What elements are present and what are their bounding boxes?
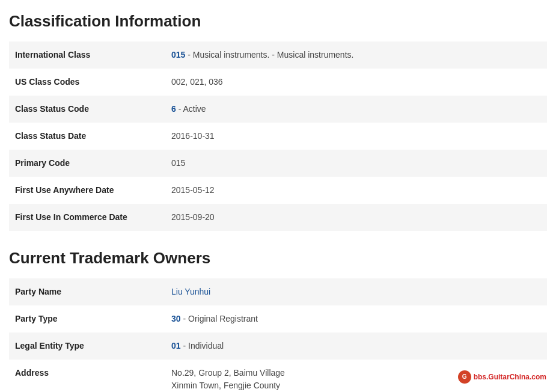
watermark: G bbs.GuitarChina.com	[454, 368, 550, 386]
classification-title: Classification Information	[9, 12, 547, 34]
classification-label-first-use-commerce: First Use In Commerce Date	[9, 204, 165, 231]
owners-label-legal-entity: Legal Entity Type	[9, 332, 165, 360]
classification-value-first-use-commerce: 2015-09-20	[165, 204, 547, 231]
address-line1: No.29, Group 2, Baimu Village	[171, 368, 285, 378]
watermark-text: bbs.GuitarChina.com	[474, 373, 546, 381]
table-row: International Class 015 - Musical instru…	[9, 41, 547, 69]
table-row: US Class Codes 002, 021, 036	[9, 69, 547, 96]
classification-label-first-use-anywhere: First Use Anywhere Date	[9, 177, 165, 204]
legal-entity-desc: - Individual	[183, 341, 224, 351]
owners-label-party-type: Party Type	[9, 305, 165, 332]
classification-value-us-class: 002, 021, 036	[165, 69, 547, 96]
address-line2: Xinmin Town, Fengjie County	[171, 381, 280, 390]
classification-label-primary-code: Primary Code	[9, 150, 165, 177]
classification-value-first-use-anywhere: 2015-05-12	[165, 177, 547, 204]
classification-value-status-date: 2016-10-31	[165, 123, 547, 150]
classification-value-intl-class: 015 - Musical instruments. - Musical ins…	[165, 41, 547, 69]
table-row: Class Status Date 2016-10-31	[9, 123, 547, 150]
classification-label-status-code: Class Status Code	[9, 96, 165, 123]
table-row: First Use Anywhere Date 2015-05-12	[9, 177, 547, 204]
owners-title: Current Trademark Owners	[9, 249, 547, 271]
intl-class-code: 015	[171, 50, 185, 60]
party-type-code: 30	[171, 314, 181, 323]
table-row: Primary Code 015	[9, 150, 547, 177]
status-code-desc: - Active	[179, 104, 206, 114]
legal-entity-code: 01	[171, 341, 181, 351]
classification-value-primary-code: 015	[165, 150, 547, 177]
table-row: Party Name Liu Yunhui	[9, 278, 547, 305]
party-type-desc: - Original Registrant	[183, 314, 258, 323]
party-name-link[interactable]: Liu Yunhui	[171, 287, 210, 296]
classification-label-intl-class: International Class	[9, 41, 165, 69]
intl-class-desc: - Musical instruments. - Musical instrum…	[188, 50, 353, 60]
table-row: Legal Entity Type 01 - Individual	[9, 332, 547, 360]
classification-table: International Class 015 - Musical instru…	[9, 41, 547, 231]
classification-label-us-class: US Class Codes	[9, 69, 165, 96]
table-row: First Use In Commerce Date 2015-09-20	[9, 204, 547, 231]
owners-label-address: Address	[9, 360, 165, 392]
owners-value-party-type: 30 - Original Registrant	[165, 305, 547, 332]
table-row: Class Status Code 6 - Active	[9, 96, 547, 123]
classification-label-status-date: Class Status Date	[9, 123, 165, 150]
owners-label-party-name: Party Name	[9, 278, 165, 305]
status-code-number: 6	[171, 104, 176, 114]
owners-value-legal-entity: 01 - Individual	[165, 332, 547, 360]
owners-value-party-name: Liu Yunhui	[165, 278, 547, 305]
table-row: Party Type 30 - Original Registrant	[9, 305, 547, 332]
watermark-logo: G	[458, 370, 471, 384]
classification-value-status-code: 6 - Active	[165, 96, 547, 123]
